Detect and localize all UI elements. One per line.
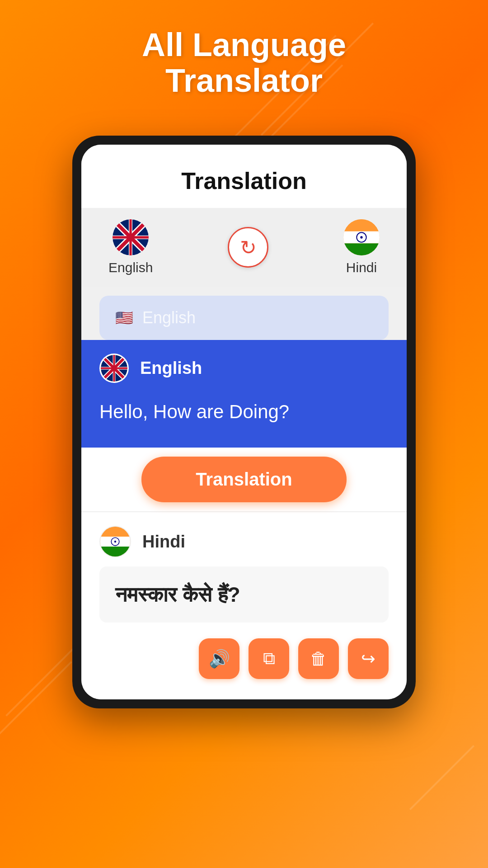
output-text-area: नमस्कार कैसे हैं?	[99, 566, 389, 623]
swap-languages-button[interactable]: ↻	[228, 227, 268, 268]
volume-icon: 🔊	[209, 649, 230, 669]
headline-line2: Translator	[36, 63, 452, 99]
svg-rect-25	[100, 527, 130, 537]
language-bar: English ↻ Hindi	[81, 208, 407, 287]
output-lang-label: Hindi	[142, 532, 185, 552]
input-text[interactable]: Hello, How are Doing?	[99, 394, 389, 429]
screen-title: Translation	[99, 167, 389, 194]
input-lang-label: English	[140, 359, 202, 378]
phone-screen: Translation	[81, 145, 407, 699]
headline-line1: All Language	[36, 27, 452, 63]
source-lang-selector[interactable]: English	[108, 219, 153, 275]
svg-rect-27	[100, 547, 130, 557]
target-lang-selector[interactable]: Hindi	[343, 219, 380, 275]
target-lang-label: Hindi	[346, 260, 377, 275]
output-lang-row: Hindi	[99, 526, 389, 557]
source-lang-label: English	[108, 260, 153, 275]
translation-btn-container: Translation	[81, 448, 407, 511]
output-flag	[99, 526, 131, 557]
output-section: Hindi नमस्कार कैसे हैं? 🔊 ⧉ 🗑 ↪	[81, 511, 407, 699]
phone-mockup: Translation	[72, 136, 416, 708]
source-lang-flag	[113, 219, 149, 255]
svg-point-14	[360, 236, 362, 238]
output-text: नमस्कार कैसे हैं?	[115, 580, 373, 609]
input-box[interactable]: 🇺🇸 English	[99, 296, 389, 340]
copy-button[interactable]: ⧉	[249, 638, 289, 679]
delete-icon: 🗑	[310, 649, 327, 669]
input-lang-row: English	[99, 354, 389, 383]
swap-icon: ↻	[240, 236, 257, 259]
input-section: English Hello, How are Doing?	[81, 340, 407, 448]
svg-rect-12	[343, 243, 380, 255]
bg-stripe-6	[409, 745, 474, 810]
app-headline: All Language Translator	[0, 27, 488, 99]
svg-point-29	[114, 541, 116, 542]
action-buttons-row: 🔊 ⧉ 🗑 ↪	[99, 634, 389, 688]
input-flag	[99, 354, 129, 383]
translate-button[interactable]: Translation	[141, 457, 346, 502]
share-icon: ↪	[361, 649, 375, 669]
svg-rect-10	[343, 219, 380, 231]
app-header: Translation	[81, 145, 407, 208]
share-button[interactable]: ↪	[348, 638, 389, 679]
target-lang-flag	[343, 219, 380, 255]
copy-icon: ⧉	[263, 649, 275, 669]
delete-button[interactable]: 🗑	[298, 638, 339, 679]
input-placeholder: English	[142, 308, 196, 327]
volume-button[interactable]: 🔊	[199, 638, 239, 679]
